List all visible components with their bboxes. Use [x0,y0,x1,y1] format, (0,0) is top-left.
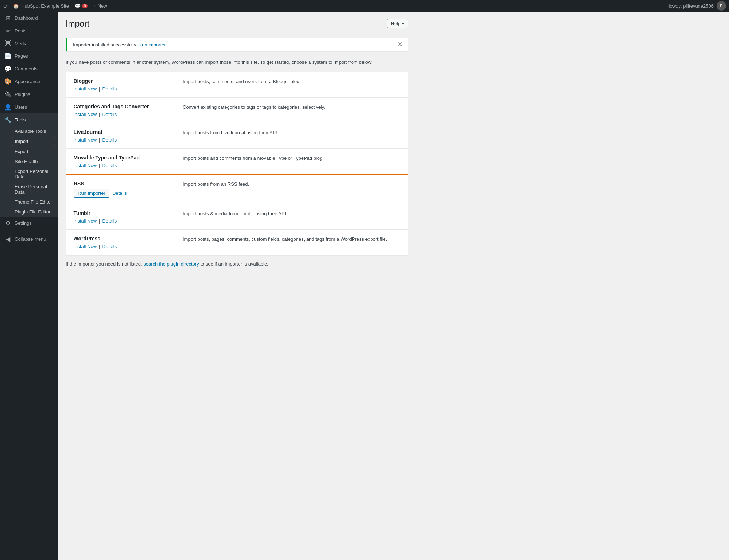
intro-text: If you have posts or comments in another… [66,59,408,66]
plugins-icon: 🔌 [4,91,12,98]
dashboard-icon: ⊞ [4,15,12,22]
sidebar-label-users: Users [15,104,27,110]
details-link-wordpress[interactable]: Details [102,244,117,249]
importer-name-wordpress: WordPress [74,236,168,242]
sidebar-sub-erase-personal-data[interactable]: Erase Personal Data [0,182,58,197]
sidebar-item-plugins[interactable]: 🔌 Plugins [0,88,58,101]
sidebar-item-comments[interactable]: 💬 Comments [0,62,58,75]
collapse-icon: ◀ [4,236,12,243]
sidebar-item-appearance[interactable]: 🎨 Appearance [0,75,58,88]
notice-text: Importer installed successfully. Run imp… [73,42,166,47]
sidebar: ⊞ Dashboard ✏ Posts 🖼 Media 📄 Pages 💬 Co… [0,12,58,560]
sidebar-label-media: Media [15,41,27,46]
sidebar-sub-site-health[interactable]: Site Health [0,157,58,166]
site-link[interactable]: 🏠 HubSpot Example Site [13,3,69,9]
sidebar-item-pages[interactable]: 📄 Pages [0,50,58,62]
comments-link[interactable]: 💬 0 [75,3,88,9]
importer-desc-tumblr: Import posts & media from Tumblr using t… [175,204,408,230]
new-content-button[interactable]: + New [93,3,107,9]
importer-row-wordpress: WordPressInstall Now|DetailsImport posts… [66,229,408,255]
sidebar-item-users[interactable]: 👤 Users [0,101,58,113]
sidebar-item-tools[interactable]: 🔧 Tools [0,113,58,126]
details-link-cat-tags[interactable]: Details [102,112,117,117]
install-link-blogger[interactable]: Install Now [74,86,97,92]
main-content: Import Help ▾ Importer installed success… [58,12,729,560]
importer-name-livejournal: LiveJournal [74,129,168,135]
help-button[interactable]: Help ▾ [387,19,408,28]
pages-icon: 📄 [4,53,12,59]
importer-desc-cat-tags: Convert existing categories to tags or t… [175,97,408,123]
avatar[interactable]: P [717,1,726,11]
sidebar-item-settings[interactable]: ⚙ Settings [0,217,58,229]
importer-row-blogger: BloggerInstall Now|DetailsImport posts, … [66,72,408,97]
importer-name-cat-tags: Categories and Tags Converter [74,104,168,109]
sidebar-label-settings: Settings [15,220,32,226]
importer-desc-blogger: Import posts, comments, and users from a… [175,72,408,97]
importer-row-livejournal: LiveJournalInstall Now|DetailsImport pos… [66,123,408,148]
install-link-livejournal[interactable]: Install Now [74,137,97,143]
sidebar-label-plugins: Plugins [15,92,30,97]
site-name: HubSpot Example Site [21,3,69,9]
sidebar-label-collapse: Collapse menu [15,236,46,242]
notice-static-text: Importer installed successfully. [73,42,137,47]
comment-count-badge: 0 [82,4,88,8]
install-link-wordpress[interactable]: Install Now [74,244,97,249]
importer-name-blogger: Blogger [74,78,168,84]
page-title: Import [66,19,89,29]
details-link-livejournal[interactable]: Details [102,137,117,143]
new-label: + New [93,3,107,9]
run-importer-button-rss[interactable]: Run Importer [74,189,109,198]
sidebar-label-tools: Tools [15,117,26,123]
sidebar-sub-available-tools[interactable]: Available Tools [0,126,58,136]
success-notice: Importer installed successfully. Run imp… [66,38,408,51]
install-link-tumblr[interactable]: Install Now [74,218,97,224]
importer-desc-livejournal: Import posts from LiveJournal using thei… [175,123,408,148]
sidebar-sub-export-personal-data[interactable]: Export Personal Data [0,166,58,182]
comments-icon: 💬 [75,3,81,9]
importer-name-movable-type: Movable Type and TypePad [74,155,168,161]
sidebar-item-media[interactable]: 🖼 Media [0,37,58,50]
footer-note-end: to see if an importer is available. [200,261,268,267]
notice-close-button[interactable]: ✕ [397,41,403,48]
importer-row-cat-tags: Categories and Tags ConverterInstall Now… [66,97,408,123]
sidebar-sub-export[interactable]: Export [0,147,58,157]
details-link-rss[interactable]: Details [112,190,127,196]
sidebar-item-posts[interactable]: ✏ Posts [0,24,58,37]
sidebar-sub-import[interactable]: Import [12,137,55,146]
importer-desc-rss: Import posts from an RSS feed. [175,174,408,204]
comments-nav-icon: 💬 [4,65,12,72]
home-icon: 🏠 [13,3,19,9]
sidebar-label-dashboard: Dashboard [15,15,38,21]
sidebar-item-dashboard[interactable]: ⊞ Dashboard [0,12,58,24]
wp-logo-icon[interactable]: ○ [3,2,7,10]
importer-desc-movable-type: Import posts and comments from a Movable… [175,148,408,174]
plugin-directory-link[interactable]: search the plugin directory [143,261,199,267]
importer-row-tumblr: TumblrInstall Now|DetailsImport posts & … [66,204,408,230]
sidebar-label-posts: Posts [15,28,27,34]
details-link-tumblr[interactable]: Details [102,218,117,224]
footer-note-text: If the importer you need is not listed, [66,261,142,267]
posts-icon: ✏ [4,27,12,34]
sidebar-label-appearance: Appearance [15,79,40,84]
sidebar-sub-theme-file-editor[interactable]: Theme File Editor [0,197,58,207]
tools-icon: 🔧 [4,116,12,123]
settings-icon: ⚙ [4,220,12,227]
topbar-right: Howdy, pijitevune2506 P [666,1,726,11]
importer-name-tumblr: Tumblr [74,210,168,216]
users-icon: 👤 [4,104,12,111]
details-link-movable-type[interactable]: Details [102,163,117,168]
install-link-cat-tags[interactable]: Install Now [74,112,97,117]
sidebar-item-collapse[interactable]: ◀ Collapse menu [0,233,58,246]
details-link-blogger[interactable]: Details [102,86,117,92]
sidebar-label-pages: Pages [15,53,28,59]
importer-desc-wordpress: Import posts, pages, comments, custom fi… [175,229,408,255]
appearance-icon: 🎨 [4,78,12,85]
importer-row-rss: RSSRun ImporterDetailsImport posts from … [66,174,408,204]
sidebar-label-comments: Comments [15,66,38,72]
footer-note: If the importer you need is not listed, … [66,261,408,267]
run-importer-notice-link[interactable]: Run importer [139,42,166,47]
media-icon: 🖼 [4,40,12,47]
sidebar-sub-plugin-file-editor[interactable]: Plugin File Editor [0,207,58,217]
importer-row-movable-type: Movable Type and TypePadInstall Now|Deta… [66,148,408,174]
install-link-movable-type[interactable]: Install Now [74,163,97,168]
